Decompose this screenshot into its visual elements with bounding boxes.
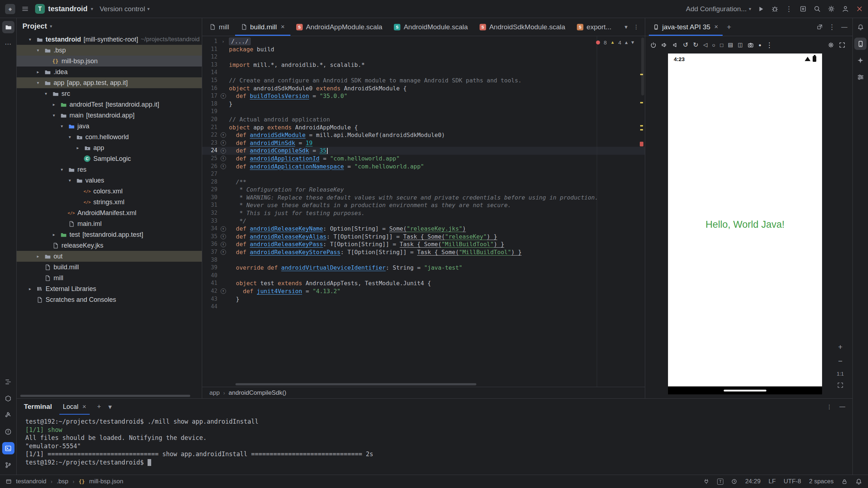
chevron-down-icon[interactable]: ▾ [108,403,112,411]
rotate-left-icon[interactable]: ↺ [683,41,688,49]
override-gutter-icon[interactable]: ↑ [221,140,226,146]
running-devices-tool-button[interactable] [854,38,867,50]
more-icon[interactable]: ⋮ [766,41,773,49]
vcs-widget[interactable]: Version control ▾ [99,5,149,13]
override-gutter-icon[interactable]: ↑ [221,242,226,247]
tree-item-colors-xml[interactable]: </>colors.xml [17,186,202,197]
override-gutter-icon[interactable]: ↑ [221,148,226,154]
error-mark[interactable] [640,142,643,146]
chevron-down-icon[interactable]: ▾ [67,178,73,183]
override-gutter-icon[interactable]: ↑ [221,234,226,239]
project-widget[interactable]: T testandroid ▾ [35,4,93,14]
tree-item-build-mill[interactable]: build.mill [17,262,202,273]
warning-mark[interactable] [640,129,643,130]
override-gutter-icon[interactable]: ↑ [221,93,226,99]
new-terminal-button[interactable]: + [97,403,101,411]
terminal-tab[interactable]: Local × [59,399,90,415]
json-icon[interactable]: {} [79,479,85,484]
tree-item-test[interactable]: ▸test [testandroid.app.test] [17,229,202,240]
back-icon[interactable]: ◁ [703,42,707,48]
more-icon[interactable]: ⋮ [633,23,639,30]
editor-code-area[interactable]: 1 › /.../ 11 package build 12 13 import … [202,36,645,387]
lock-icon[interactable] [842,479,847,484]
override-gutter-icon[interactable]: ↑ [221,132,226,138]
statusbar-file[interactable]: mill-bsp.json [89,478,123,485]
chevron-right-icon[interactable]: ▸ [51,102,57,107]
volume-up-icon[interactable] [661,42,667,48]
project-hscrollbar[interactable] [20,395,190,397]
chevron-down-icon[interactable]: ▾ [59,167,65,172]
fit-screen-button[interactable] [837,382,843,388]
plug-icon[interactable] [703,479,709,484]
chevron-right-icon[interactable]: ▸ [27,286,33,291]
chevron-down-icon[interactable]: ▾ [27,37,33,42]
more-tools-tool-button[interactable]: ⋯ [2,38,14,50]
clock-icon[interactable] [731,479,737,484]
file-encoding[interactable]: UTF-8 [784,478,801,485]
play-icon[interactable] [758,6,764,12]
tree-item-src[interactable]: ▾src [17,88,202,99]
overview-icon[interactable]: □ [720,42,723,48]
editor-tab-androidappmodule-scala[interactable]: S AndroidAppModule.scala [290,18,388,36]
chevron-down-icon[interactable]: ▾ [35,48,41,53]
search-icon[interactable] [814,5,821,12]
zoom-out-button[interactable]: − [838,357,842,365]
hide-icon[interactable]: — [839,403,845,410]
next-issue-icon[interactable]: ▾ [631,39,634,46]
tree-item-main[interactable]: ▾main [testandroid.app] [17,110,202,121]
snapshot-icon[interactable]: ◫ [738,42,743,48]
fold-icon[interactable]: ▤ [728,42,733,48]
zoom-reset-button[interactable]: 1:1 [837,371,844,377]
chevron-down-icon[interactable]: ▾ [625,23,627,30]
close-icon[interactable]: × [281,23,285,31]
tree-item-com-helloworld[interactable]: ▾com.helloworld [17,132,202,142]
breadcrumb-item[interactable]: androidCompileSdk() [229,389,286,397]
tree-item-main-iml[interactable]: main.iml [17,218,202,229]
tree-item-mill[interactable]: mill [17,273,202,283]
device-settings-icon[interactable] [828,42,834,48]
close-icon[interactable]: × [82,403,86,411]
notifications-icon[interactable] [855,478,862,485]
device-tab[interactable]: java-test API 35 × [649,18,723,36]
line-separator[interactable]: LF [769,478,776,485]
main-menu-button[interactable] [22,5,29,12]
editor-vscrollbar[interactable] [641,38,644,95]
editor-hscrollbar[interactable] [235,383,476,385]
tree-item-values[interactable]: ▾values [17,175,202,186]
home-icon[interactable]: ○ [712,42,715,48]
project-tool-button[interactable] [2,21,14,33]
chevron-right-icon[interactable]: ▸ [35,254,41,259]
tree-item-androidmanifest-xml[interactable]: </>AndroidManifest.xml [17,207,202,218]
ai-assistant-tool-button[interactable] [854,54,867,67]
breadcrumb-item[interactable]: app [209,389,220,397]
device-manager-tool-button[interactable] [854,71,867,83]
notifications-tool-button[interactable] [854,21,867,33]
editor-tab-androidsdkmodule-scala[interactable]: S AndroidSdkModule.scala [474,18,571,36]
inspection-widget[interactable]: 8 ▲ 4 ▴ ▾ [596,39,634,46]
close-icon[interactable] [856,5,863,12]
chevron-right-icon[interactable]: ▸ [35,69,41,74]
fullscreen-icon[interactable] [839,42,845,48]
indent-style[interactable]: 2 spaces [809,478,834,485]
plugins-icon[interactable] [800,5,807,12]
tree-item-app[interactable]: ▸app [17,142,202,153]
chevron-down-icon[interactable]: ▾ [35,80,41,85]
terminal-output[interactable]: test@192:~/projects/testandroid$ ./mill … [17,415,852,466]
tree-item-samplelogic[interactable]: CSampleLogic [17,153,202,164]
statusbar-folder[interactable]: .bsp [57,478,68,485]
tree-item-strings-xml[interactable]: </>strings.xml [17,197,202,207]
debug-icon[interactable] [771,5,778,12]
statusbar-project[interactable]: testandroid [16,478,46,485]
tree-item-res[interactable]: ▾res [17,164,202,175]
problems-tool-button[interactable] [2,425,14,438]
override-gutter-icon[interactable]: ↑ [221,164,226,169]
screenshot-icon[interactable] [748,42,754,48]
editor-tab-build-mill[interactable]: build.mill× [235,18,290,36]
override-gutter-icon[interactable]: ↑ [221,156,226,161]
override-gutter-icon[interactable]: ↑ [221,226,226,232]
terminal-tool-button[interactable] [2,442,14,454]
chevron-down-icon[interactable]: ▾ [43,91,49,96]
warning-mark[interactable] [640,102,643,103]
window-icon[interactable] [6,479,12,484]
chevron-down-icon[interactable]: ▾ [51,113,57,118]
